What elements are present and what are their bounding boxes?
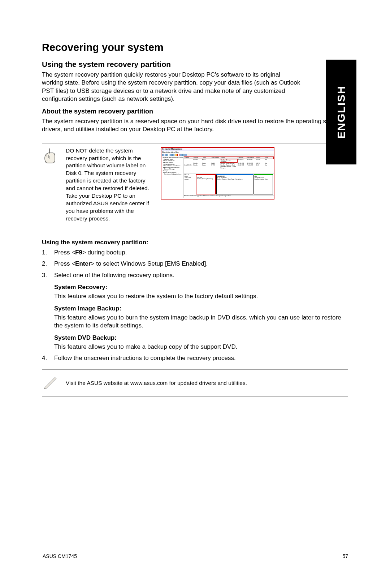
option-text: This feature allows you to burn the syst… — [54, 314, 348, 330]
language-tab-label: ENGLISH — [335, 85, 347, 138]
warning-note: DO NOT delete the system recovery partit… — [42, 143, 348, 228]
ss-volume-table: VolumeLayoutTypeFile SystemStatusCapacit… — [184, 156, 274, 173]
step-number: 4. — [42, 354, 54, 362]
page-footer: ASUS CM1745 57 — [43, 553, 348, 559]
pencil-icon — [42, 375, 59, 391]
option-text: This feature allows you to restore the s… — [54, 292, 348, 300]
option-heading: System DVD Backup: — [54, 334, 348, 342]
step-text: Press <F9> during bootup. — [54, 248, 348, 257]
ss-tree: Computer Management (Local)• System Tool… — [161, 156, 184, 198]
step-text: Press <Enter> to select Windows Setup [E… — [54, 259, 348, 268]
info-note: Visit the ASUS website at www.asus.com f… — [42, 369, 348, 397]
option-heading: System Image Backup: — [54, 305, 348, 312]
ss-window-title: Computer Management — [161, 148, 274, 151]
steps-section: Using the system recovery partition: 1.P… — [42, 239, 348, 362]
step-row: 1.Press <F9> during bootup. — [42, 248, 348, 257]
info-text: Visit the ASUS website at www.asus.com f… — [66, 380, 247, 386]
ss-toolbar — [161, 154, 274, 156]
page-title: Recovering your system — [42, 42, 302, 53]
intro-paragraph: The system recovery partition quickly re… — [42, 71, 302, 103]
about-paragraph: The system recovery partition is a reser… — [42, 117, 348, 134]
ss-menu-bar: File Action View Help — [161, 151, 274, 154]
disk-management-screenshot: Computer Management File Action View Hel… — [161, 147, 274, 199]
step-number: 3. — [42, 271, 54, 279]
footer-page-number: 57 — [342, 553, 348, 559]
language-tab: ENGLISH — [326, 60, 356, 164]
ss-disk-graphic: Disk 0Basic149.05 GBOnline 4.00 GBHealth… — [184, 173, 274, 195]
step-number: 2. — [42, 259, 54, 268]
step-row: 2.Press <Enter> to select Windows Setup … — [42, 259, 348, 268]
steps-heading: Using the system recovery partition: — [42, 239, 348, 246]
option-heading: System Recovery: — [54, 284, 348, 291]
step-row: 3.Select one of the following recovery o… — [42, 271, 348, 279]
step-text: Select one of the following recovery opt… — [54, 271, 348, 279]
step-4: 4. Follow the onscreen instructions to c… — [42, 354, 348, 362]
hand-pointing-icon — [42, 147, 59, 223]
step-text: Follow the onscreen instructions to comp… — [54, 354, 348, 362]
option-text: This feature allows you to make a backup… — [54, 343, 348, 351]
subsection-heading: About the system recovery partition — [42, 108, 302, 115]
ss-legend: ■ Unallocated ■ Primary partition ■ Exte… — [184, 195, 274, 198]
section-heading: Using the system recovery partition — [42, 60, 302, 69]
step-number: 1. — [42, 248, 54, 257]
footer-model: ASUS CM1745 — [43, 553, 77, 559]
warning-text: DO NOT delete the system recovery partit… — [66, 147, 154, 223]
